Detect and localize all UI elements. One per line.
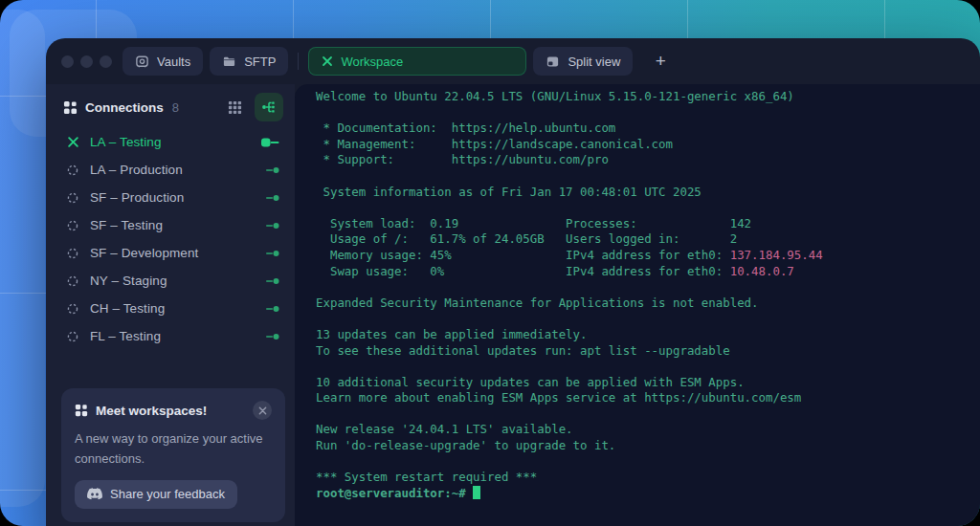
- host-icon: [65, 190, 80, 206]
- host-icon: [65, 163, 80, 178]
- connection-row[interactable]: LA – Testing: [46, 128, 295, 156]
- window-controls: [61, 55, 112, 68]
- app-window: Vaults SFTP Workspace: [46, 38, 980, 526]
- connection-label: FL – Testing: [90, 329, 161, 343]
- connected-indicator-icon[interactable]: [265, 277, 279, 285]
- close-tab-icon[interactable]: [322, 55, 333, 67]
- grid-view-button[interactable]: [222, 95, 247, 120]
- host-icon: [65, 301, 80, 317]
- connected-indicator-icon[interactable]: [265, 194, 279, 202]
- promo-body-text: A new way to organize your active connec…: [75, 428, 272, 470]
- connection-label: SF – Production: [90, 190, 184, 205]
- connections-header: Connections 8: [46, 84, 295, 126]
- connection-row[interactable]: SF – Development: [46, 239, 295, 267]
- promo-close-icon[interactable]: [253, 401, 272, 420]
- connection-label: SF – Testing: [90, 218, 163, 232]
- connection-label: LA – Production: [90, 163, 183, 177]
- connection-label: NY – Staging: [90, 274, 167, 288]
- connected-indicator-icon[interactable]: [265, 333, 279, 340]
- tab-label: SFTP: [244, 55, 276, 69]
- tab-label: Workspace: [341, 55, 403, 69]
- vault-icon: [135, 55, 149, 69]
- tab-workspace[interactable]: Workspace: [308, 47, 526, 76]
- folder-icon: [222, 55, 236, 69]
- tab-label: Split view: [568, 55, 620, 69]
- host-icon: [65, 274, 80, 289]
- window-zoom-button[interactable]: [100, 55, 112, 68]
- app-body: Connections 8: [46, 84, 980, 526]
- screenshot-root: Vaults SFTP Workspace: [0, 0, 980, 526]
- tab-vaults[interactable]: Vaults: [122, 47, 203, 76]
- connected-indicator-icon[interactable]: [265, 250, 279, 257]
- connection-label: SF – Development: [90, 246, 198, 260]
- promo-card: Meet workspaces! A new way to organize y…: [61, 388, 285, 522]
- discord-icon: [87, 488, 102, 500]
- host-icon: [65, 246, 80, 261]
- tab-bar: Vaults SFTP Workspace: [46, 38, 980, 84]
- share-feedback-label: Share your feedback: [110, 487, 225, 501]
- new-tab-button[interactable]: +: [647, 48, 674, 75]
- workspaces-grid-icon: [63, 100, 78, 115]
- tab-separator: [298, 53, 299, 70]
- terminal-output[interactable]: Welcome to Ubuntu 22.04.5 LTS (GNU/Linux…: [295, 84, 980, 526]
- share-feedback-button[interactable]: Share your feedback: [75, 480, 237, 509]
- split-view-icon: [546, 55, 560, 69]
- window-close-button[interactable]: [61, 55, 74, 68]
- connection-label: LA – Testing: [90, 135, 162, 149]
- connection-label: CH – Testing: [90, 301, 165, 316]
- connection-row[interactable]: NY – Staging: [46, 267, 295, 295]
- host-icon: [65, 329, 80, 344]
- connection-row[interactable]: LA – Production: [46, 156, 295, 184]
- promo-title: Meet workspaces!: [96, 404, 207, 418]
- connection-row[interactable]: CH – Testing: [46, 295, 295, 322]
- connected-indicator-icon[interactable]: [261, 138, 279, 147]
- active-session-icon: [65, 135, 80, 150]
- connected-indicator-icon[interactable]: [265, 305, 279, 313]
- connection-row[interactable]: FL – Testing: [46, 322, 295, 350]
- tab-label: Vaults: [157, 55, 190, 69]
- tab-split-view[interactable]: Split view: [533, 47, 633, 76]
- connection-list: LA – Testing: [46, 126, 295, 350]
- promo-header: Meet workspaces!: [75, 401, 272, 420]
- connection-row[interactable]: SF – Testing: [46, 211, 295, 239]
- connections-title: Connections: [85, 100, 164, 115]
- connected-indicator-icon[interactable]: [265, 166, 279, 174]
- tree-view-button[interactable]: [255, 93, 283, 121]
- sidebar: Connections 8: [46, 84, 295, 526]
- connection-row[interactable]: SF – Production: [46, 184, 295, 211]
- window-minimize-button[interactable]: [80, 55, 93, 68]
- tab-sftp[interactable]: SFTP: [210, 47, 288, 76]
- connected-indicator-icon[interactable]: [265, 222, 279, 230]
- host-icon: [65, 218, 80, 233]
- connections-count: 8: [172, 100, 179, 115]
- workspaces-grid-icon: [75, 404, 88, 417]
